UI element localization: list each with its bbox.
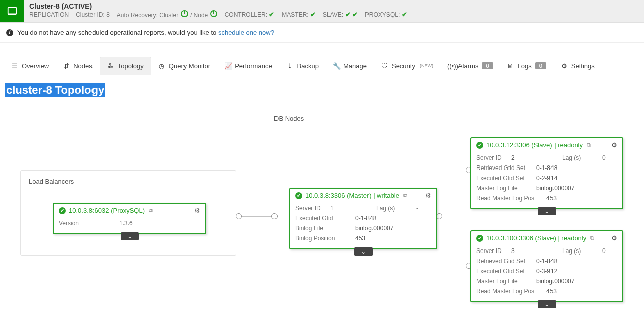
- tab-alarms[interactable]: ((•))Alarms0: [440, 57, 500, 75]
- conn-dot: [236, 213, 242, 219]
- label: Executed Gtid Set: [476, 268, 536, 275]
- tab-backup[interactable]: ⭳Backup: [280, 57, 326, 75]
- tab-settings[interactable]: ⚙Settings: [554, 57, 602, 75]
- value: 0-2-914: [536, 175, 557, 182]
- shield-icon: 🛡: [381, 62, 388, 70]
- signal-icon: ((•)): [447, 62, 454, 70]
- info-text: You do not have any scheduled operationa…: [17, 29, 218, 36]
- status-ok-icon: ✔: [59, 207, 66, 214]
- external-link-icon[interactable]: ⧉: [590, 235, 594, 241]
- status-ok-icon: ✔: [476, 235, 483, 242]
- conn-dot: [271, 213, 278, 219]
- chart-icon: 📈: [224, 62, 231, 70]
- value: 453: [546, 195, 557, 202]
- node-name[interactable]: 10.0.3.8:6032 (ProxySQL): [69, 207, 145, 214]
- tab-topology[interactable]: 🖧Topology: [100, 57, 151, 75]
- gear-icon[interactable]: ⚙: [425, 192, 431, 199]
- replication-label: REPLICATION: [29, 11, 69, 18]
- value: 453: [546, 288, 557, 295]
- expand-button[interactable]: ⌄: [121, 232, 139, 240]
- tab-logs[interactable]: 🗎Logs0: [500, 57, 554, 75]
- label: Executed Gtid: [295, 215, 355, 222]
- expand-button[interactable]: ⌄: [354, 247, 373, 256]
- auto-recovery-cluster: Cluster: [159, 12, 178, 19]
- tab-query-monitor[interactable]: ◷Query Monitor: [151, 57, 217, 75]
- alarms-count: 0: [482, 62, 493, 69]
- node-name[interactable]: 10.0.3.100:3306 (Slave) | readonly: [486, 234, 586, 242]
- value: 453: [355, 235, 365, 242]
- external-link-icon[interactable]: ⧉: [149, 207, 153, 214]
- section-label: DB Nodes: [274, 115, 636, 122]
- label: Version: [59, 220, 119, 227]
- svg-rect-0: [8, 8, 17, 14]
- logs-count: 0: [535, 62, 546, 69]
- value: binlog.000007: [536, 185, 574, 192]
- auto-recovery-node: / Node: [190, 12, 208, 19]
- logs-icon: 🗎: [507, 62, 514, 70]
- check-icon: ✔: [352, 11, 358, 18]
- master-label: MASTER:: [282, 11, 308, 18]
- section-label: Load Balancers: [29, 178, 228, 185]
- value: 1.3.6: [119, 220, 133, 227]
- node-name[interactable]: 10.0.3.12:3306 (Slave) | readonly: [486, 141, 583, 149]
- topology-canvas: » » Load Balancers DB Nodes ✔ 10.0.3.8:6…: [5, 105, 639, 321]
- node-slave-1[interactable]: ✔ 10.0.3.12:3306 (Slave) | readonly ⧉ ⚙ …: [470, 137, 623, 209]
- label: Read Master Log Pos: [476, 288, 546, 295]
- label: Read Master Log Pos: [476, 195, 546, 202]
- node-proxysql[interactable]: ✔ 10.0.3.8:6032 (ProxySQL) ⧉ ⚙ Version1.…: [53, 203, 206, 234]
- nodes-icon: ⇵: [63, 62, 70, 70]
- label: Binlog File: [295, 225, 355, 232]
- value: 0: [602, 154, 617, 161]
- cluster-id-label: Cluster ID:: [76, 11, 105, 18]
- node-slave-2[interactable]: ✔ 10.0.3.100:3306 (Slave) | readonly ⧉ ⚙…: [470, 230, 623, 302]
- expand-button[interactable]: ⌄: [538, 300, 556, 308]
- value: binlog.000007: [536, 278, 574, 285]
- label: Lag (s): [376, 205, 416, 212]
- external-link-icon[interactable]: ⧉: [587, 142, 591, 148]
- schedule-link[interactable]: schedule one now?: [218, 29, 274, 36]
- cluster-meta: REPLICATION Cluster ID: 8 Auto Recovery:…: [29, 10, 407, 19]
- value: 0-1-848: [536, 164, 557, 172]
- value: 2: [511, 154, 531, 161]
- label: Server ID: [295, 205, 330, 212]
- proxysql-label: PROXYSQL:: [365, 11, 400, 18]
- value: 0-3-912: [536, 268, 557, 275]
- page-title: cluster-8 Topology: [5, 83, 639, 97]
- download-icon: ⭳: [287, 62, 294, 70]
- gear-icon[interactable]: ⚙: [611, 141, 617, 149]
- status-ok-icon: ✔: [476, 142, 483, 149]
- label: Server ID: [476, 154, 511, 161]
- gear-icon: ⚙: [561, 62, 568, 70]
- check-icon: ✔: [269, 11, 274, 18]
- value: 3: [511, 247, 531, 255]
- label: Lag (s): [562, 154, 602, 161]
- value: 0-1-848: [355, 215, 376, 222]
- cluster-header: Cluster-8 (ACTIVE) REPLICATION Cluster I…: [0, 0, 644, 23]
- external-link-icon[interactable]: ⧉: [403, 192, 407, 199]
- gear-icon[interactable]: ⚙: [611, 234, 617, 242]
- wrench-icon: 🔧: [333, 62, 340, 70]
- topology-icon: 🖧: [107, 62, 114, 70]
- power-icon[interactable]: [181, 10, 188, 17]
- info-icon: i: [6, 29, 13, 36]
- value: 1: [330, 205, 350, 212]
- label: Lag (s): [562, 247, 602, 255]
- status-ok-icon: ✔: [295, 192, 302, 199]
- power-icon[interactable]: [210, 10, 217, 17]
- node-master[interactable]: ✔ 10.0.3.8:3306 (Master) | writable ⧉ ⚙ …: [289, 188, 437, 249]
- tab-performance[interactable]: 📈Performance: [217, 57, 279, 75]
- tab-manage[interactable]: 🔧Manage: [326, 57, 374, 75]
- label: Executed Gtid Set: [476, 175, 536, 182]
- check-icon: ✔: [402, 11, 407, 18]
- check-icon: ✔: [345, 11, 351, 18]
- gear-icon[interactable]: ⚙: [194, 207, 200, 214]
- tab-security[interactable]: 🛡Security(NEW): [374, 57, 440, 75]
- value: binlog.000007: [355, 225, 393, 232]
- tab-nodes[interactable]: ⇵Nodes: [56, 57, 100, 75]
- node-name[interactable]: 10.0.3.8:3306 (Master) | writable: [305, 192, 399, 199]
- tab-overview[interactable]: ☰Overview: [4, 57, 56, 75]
- nav-tabs: ☰Overview ⇵Nodes 🖧Topology ◷Query Monito…: [0, 57, 644, 75]
- clock-icon: ◷: [158, 62, 165, 70]
- value: 0: [602, 247, 617, 255]
- expand-button[interactable]: ⌄: [538, 207, 556, 215]
